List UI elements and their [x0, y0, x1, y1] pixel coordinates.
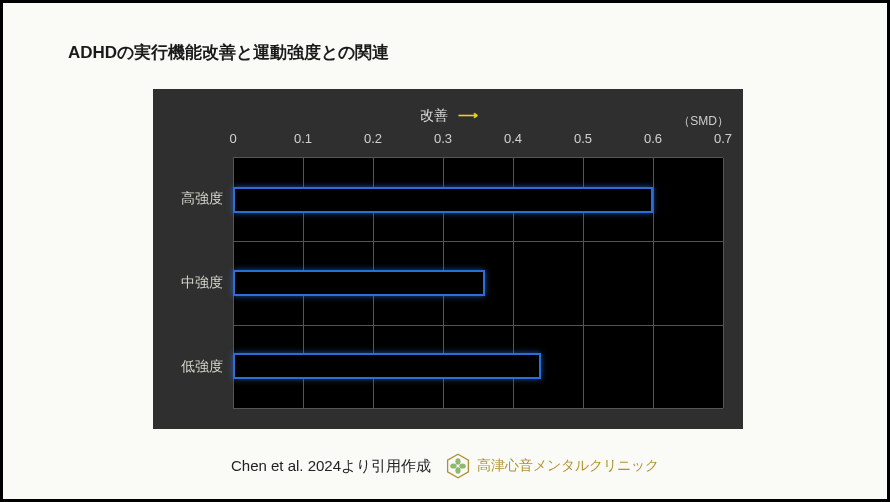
svg-point-2	[455, 467, 460, 474]
source-citation: Chen et al. 2024より引用作成	[231, 457, 431, 476]
clinic-logo: 高津心音メンタルクリニック	[445, 453, 659, 479]
grid	[233, 157, 723, 409]
page-title: ADHDの実行機能改善と運動強度との関連	[68, 41, 389, 64]
x-tick-label: 0.2	[364, 131, 382, 146]
bar	[233, 187, 653, 213]
y-tick-label: 低強度	[173, 325, 233, 409]
grid-hline	[233, 241, 723, 242]
bar	[233, 270, 485, 296]
grid-vline	[653, 158, 654, 408]
svg-point-1	[455, 458, 460, 465]
arrow-right-icon: ⟶	[458, 107, 476, 123]
chart-panel: 改善 ⟶ （SMD） 00.10.20.30.40.50.60.7 高強度中強度…	[153, 89, 743, 429]
y-tick-label: 中強度	[173, 241, 233, 325]
bar	[233, 353, 541, 379]
svg-point-4	[459, 463, 466, 468]
x-tick-label: 0.3	[434, 131, 452, 146]
slide-frame: ADHDの実行機能改善と運動強度との関連 改善 ⟶ （SMD） 00.10.20…	[0, 0, 890, 502]
grid-hline	[233, 325, 723, 326]
x-tick-label: 0.4	[504, 131, 522, 146]
x-tick-label: 0.5	[574, 131, 592, 146]
improve-label: 改善	[420, 107, 448, 123]
y-axis-labels: 高強度中強度低強度	[173, 157, 233, 409]
improve-annotation: 改善 ⟶	[173, 107, 723, 125]
clover-icon	[445, 453, 471, 479]
clinic-name: 高津心音メンタルクリニック	[477, 457, 659, 475]
y-tick-label: 高強度	[173, 157, 233, 241]
x-tick-label: 0	[229, 131, 236, 146]
unit-label: （SMD）	[678, 113, 729, 130]
grid-vline	[723, 158, 724, 408]
plot-area: 高強度中強度低強度	[173, 157, 723, 409]
x-tick-label: 0.6	[644, 131, 662, 146]
footer: Chen et al. 2024より引用作成 高津心音メンタルクリニック	[3, 453, 887, 479]
x-tick-label: 0.1	[294, 131, 312, 146]
x-axis-ticks: （SMD） 00.10.20.30.40.50.60.7	[233, 131, 723, 151]
x-tick-label: 0.7	[714, 131, 732, 146]
x-axis: （SMD） 00.10.20.30.40.50.60.7	[173, 131, 723, 151]
svg-point-3	[450, 463, 457, 468]
